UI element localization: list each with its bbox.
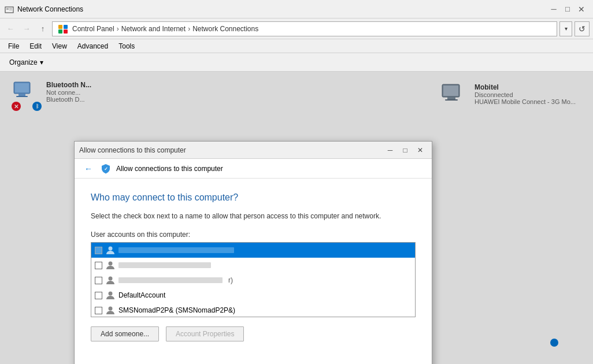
account-name-3b: r)	[228, 276, 233, 284]
close-btn[interactable]: ✕	[575, 2, 588, 16]
address-bar: ← → ↑ Control Panel › Network and Intern…	[0, 18, 593, 39]
dialog-maximize-btn[interactable]: □	[398, 144, 412, 156]
organize-arrow: ▾	[40, 58, 43, 66]
add-someone-btn[interactable]: Add someone...	[91, 326, 159, 341]
dialog-body: Who may connect to this computer? Select…	[75, 179, 432, 364]
allow-connections-icon: ✓	[100, 163, 112, 174]
account-item-2[interactable]	[91, 258, 415, 273]
user-icon-2	[106, 261, 115, 270]
dialog-description: Select the check box next to a name to a…	[91, 211, 416, 221]
dialog-nav-icon: ✓	[100, 163, 112, 174]
svg-point-21	[109, 307, 113, 311]
user-icon-4	[106, 291, 115, 300]
svg-rect-4	[58, 25, 62, 29]
account-checkbox-1[interactable]	[95, 247, 102, 254]
svg-point-20	[109, 292, 113, 296]
svg-rect-5	[64, 25, 68, 29]
dialog-back-btn[interactable]: ←	[81, 162, 95, 176]
accounts-label: User accounts on this computer:	[91, 231, 416, 239]
user-icon-1	[106, 246, 115, 255]
account-name-1	[118, 247, 234, 253]
svg-point-17	[109, 247, 113, 251]
title-bar: Network Connections ─ □ ✕	[0, 0, 593, 18]
dialog-title: Allow connections to this computer	[79, 146, 186, 154]
breadcrumb-control-panel[interactable]: Control Panel	[72, 25, 114, 33]
dialog-buttons-row: Add someone... Account Properties	[91, 326, 416, 341]
breadcrumb-network-internet[interactable]: Network and Internet	[121, 25, 186, 33]
allow-connections-dialog: Allow connections to this computer ─ □ ✕…	[74, 141, 432, 364]
minimize-btn[interactable]: ─	[547, 2, 561, 16]
svg-point-19	[109, 277, 113, 281]
svg-rect-1	[6, 8, 9, 10]
breadcrumb-network-connections[interactable]: Network Connections	[192, 25, 258, 33]
address-input[interactable]: Control Panel › Network and Internet › N…	[52, 21, 557, 36]
organize-label: Organize	[9, 58, 38, 66]
window-icon	[5, 5, 14, 14]
back-btn[interactable]: ←	[3, 22, 17, 36]
svg-rect-7	[64, 29, 68, 34]
control-panel-icon	[57, 23, 69, 35]
user-icon-3	[106, 276, 115, 285]
breadcrumb: Control Panel › Network and Internet › N…	[57, 23, 258, 35]
address-dropdown-btn[interactable]: ▾	[559, 21, 572, 36]
up-btn[interactable]: ↑	[36, 22, 50, 36]
menu-file[interactable]: File	[3, 41, 24, 51]
account-name-2	[118, 262, 211, 268]
account-item-5[interactable]: SMSNomadP2P& (SMSNomadP2P&)	[91, 303, 415, 317]
dialog-titlebar: Allow connections to this computer ─ □ ✕	[75, 142, 432, 159]
svg-point-18	[109, 262, 113, 266]
window-title: Network Connections	[17, 5, 83, 13]
accounts-list[interactable]: r) DefaultAccount	[91, 242, 416, 317]
forward-btn[interactable]: →	[20, 22, 34, 36]
menu-bar: File Edit View Advanced Tools	[0, 39, 593, 53]
dialog-titlebar-left: Allow connections to this computer	[79, 146, 186, 154]
dialog-minimize-btn[interactable]: ─	[383, 144, 397, 156]
account-checkbox-2[interactable]	[95, 262, 102, 269]
menu-advanced[interactable]: Advanced	[73, 41, 113, 51]
account-checkbox-4[interactable]	[95, 292, 102, 299]
svg-text:✓: ✓	[104, 166, 108, 172]
menu-tools[interactable]: Tools	[114, 41, 139, 51]
account-name-3	[118, 277, 223, 283]
dialog-nav-title: Allow connections to this computer	[116, 165, 223, 173]
svg-rect-6	[58, 29, 62, 34]
menu-edit[interactable]: Edit	[25, 41, 46, 51]
toolbar: Organize ▾	[0, 53, 593, 72]
dialog-nav: ← ✓ Allow connections to this computer	[75, 159, 432, 179]
svg-rect-3	[9, 9, 12, 10]
user-icon-5	[106, 306, 115, 315]
main-content: ✕ ᛒ Bluetooth N... Not conne... Bluetoot…	[0, 72, 593, 364]
account-properties-btn[interactable]: Account Properties	[166, 326, 244, 341]
account-checkbox-5[interactable]	[95, 307, 102, 314]
account-item-1[interactable]	[91, 243, 415, 258]
account-item-3[interactable]: r)	[91, 273, 415, 288]
menu-view[interactable]: View	[47, 41, 72, 51]
refresh-btn[interactable]: ↺	[575, 21, 590, 36]
account-item-4[interactable]: DefaultAccount	[91, 288, 415, 303]
account-name-4: DefaultAccount	[118, 291, 165, 299]
organize-btn[interactable]: Organize ▾	[5, 55, 48, 69]
svg-rect-2	[9, 8, 12, 9]
dialog-close-btn[interactable]: ✕	[413, 144, 427, 156]
dialog-heading: Who may connect to this computer?	[91, 192, 416, 203]
account-checkbox-3[interactable]	[95, 277, 102, 284]
dialog-controls: ─ □ ✕	[383, 144, 427, 156]
maximize-btn[interactable]: □	[561, 2, 575, 16]
account-name-5: SMSNomadP2P& (SMSNomadP2P&)	[118, 306, 235, 314]
